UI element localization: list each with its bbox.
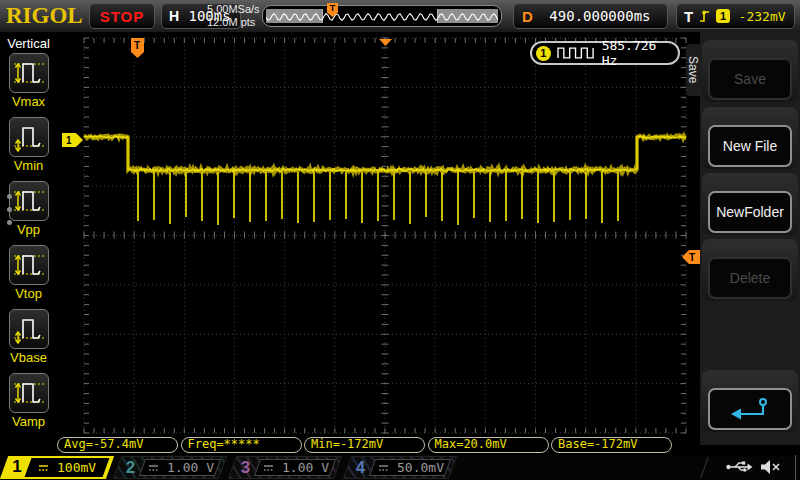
vpp-label: Vpp xyxy=(17,222,40,237)
freq-counter-channel-badge: 1 xyxy=(536,46,551,61)
status-separator xyxy=(700,457,709,478)
trigger-readout: T 1 -232mV xyxy=(676,3,795,29)
measurement-base: Base=-172mV xyxy=(551,437,672,453)
measure-menu: Vertical Vmax Vmin Vpp Vtop Vbase Vamp xyxy=(0,32,57,445)
measurement-avg: Avg=-57.4mV xyxy=(57,437,178,453)
menu-slot: NewFolder xyxy=(702,173,798,235)
frequency-counter: 1 585.726 Hz xyxy=(530,41,680,65)
dc-coupling-icon xyxy=(37,463,50,473)
sample-rate: 5.00MSa/s xyxy=(207,3,261,16)
oscilloscope-screen: RIGOL STOP H 100ms 5.00MSa/s 12.0M pts T… xyxy=(0,0,800,480)
delay-readout: D 490.000000ms xyxy=(513,3,668,29)
return-arrow-icon xyxy=(728,396,772,422)
channel-1-scale: 100mV xyxy=(57,460,96,475)
measurement-freq: Freq=***** xyxy=(181,437,302,453)
menu-slot xyxy=(702,370,798,432)
horizontal-label: H xyxy=(169,8,179,24)
freq-counter-value: 585.726 Hz xyxy=(602,38,678,68)
menu-item-vmax[interactable]: Vmax xyxy=(0,53,57,109)
svg-text:T: T xyxy=(689,252,695,263)
menu-slot: New File xyxy=(702,107,798,169)
menu-page-dots xyxy=(7,194,12,233)
acquisition-readout: 5.00MSa/s 12.0M pts xyxy=(207,3,261,29)
vpp-icon xyxy=(9,181,49,221)
save-button[interactable]: Save xyxy=(708,58,792,100)
vtop-label: Vtop xyxy=(15,286,42,301)
delete-button[interactable]: Delete xyxy=(708,257,792,299)
vmin-icon xyxy=(9,117,49,157)
vamp-icon xyxy=(9,373,49,413)
channel-3-block[interactable]: 3 1.00 V xyxy=(228,456,342,479)
measurement-max: Max=20.0mV xyxy=(428,437,549,453)
vtop-icon xyxy=(9,245,49,285)
trigger-level-value: -232mV xyxy=(730,9,794,24)
measurement-results-bar: Avg=-57.4mV Freq=***** Min=-172mV Max=20… xyxy=(57,437,675,453)
run-state-label: STOP xyxy=(100,8,145,25)
delay-value: 490.000000ms xyxy=(533,8,667,24)
overview-strip xyxy=(266,9,498,23)
save-menu-tab: Save xyxy=(686,44,700,96)
trigger-label: T xyxy=(684,8,693,25)
rising-edge-icon xyxy=(699,9,711,23)
vbase-icon xyxy=(9,309,49,349)
rigol-logo: RIGOL xyxy=(6,2,88,29)
channel-status-bar: 1 100mV 2 1.00 V 3 xyxy=(0,455,800,480)
channel-2-scale: 1.00 V xyxy=(167,460,214,475)
bar-edge-line xyxy=(795,455,796,480)
overview-waveform xyxy=(266,9,498,23)
svg-text:1: 1 xyxy=(66,135,72,146)
vmax-label: Vmax xyxy=(12,94,45,109)
run-stop-button[interactable]: STOP xyxy=(89,3,155,29)
menu-item-vamp[interactable]: Vamp xyxy=(0,373,57,429)
channel-4-scale: 50.0mV xyxy=(397,460,444,475)
measure-menu-title: Vertical xyxy=(0,36,57,53)
channel-2-number: 2 xyxy=(126,458,135,478)
menu-item-vmin[interactable]: Vmin xyxy=(0,117,57,173)
speaker-muted-icon xyxy=(759,458,781,476)
waveform-overview-bar: T xyxy=(262,5,502,27)
menu-item-vtop[interactable]: Vtop xyxy=(0,245,57,301)
graticule: 1TT xyxy=(57,32,700,445)
dc-coupling-icon xyxy=(147,463,160,473)
top-status-bar: RIGOL STOP H 100ms 5.00MSa/s 12.0M pts T… xyxy=(0,0,800,32)
vmax-icon xyxy=(9,53,49,93)
menu-slot: Delete xyxy=(702,239,798,301)
channel-3-scale: 1.00 V xyxy=(282,460,329,475)
vbase-label: Vbase xyxy=(10,350,47,365)
square-wave-icon xyxy=(557,47,596,59)
channel-4-number: 4 xyxy=(356,458,365,478)
channel-2-block[interactable]: 2 1.00 V xyxy=(113,456,227,479)
channel-4-block[interactable]: 4 50.0mV xyxy=(343,456,457,479)
menu-item-vbase[interactable]: Vbase xyxy=(0,309,57,365)
new-folder-button[interactable]: NewFolder xyxy=(708,191,792,233)
save-menu-panel: Save Save New File NewFolder Delete xyxy=(700,32,800,445)
delay-label: D xyxy=(522,8,533,25)
dc-coupling-icon xyxy=(262,463,275,473)
memory-depth: 12.0M pts xyxy=(207,16,261,29)
channel-1-block[interactable]: 1 100mV xyxy=(0,456,114,479)
channel-3-number: 3 xyxy=(241,458,250,478)
vamp-label: Vamp xyxy=(12,414,45,429)
svg-text:T: T xyxy=(134,40,140,51)
vmin-label: Vmin xyxy=(14,158,44,173)
channel-1-number: 1 xyxy=(12,457,21,477)
trigger-source-badge: 1 xyxy=(716,9,730,23)
measurement-min: Min=-172mV xyxy=(304,437,425,453)
dc-coupling-icon xyxy=(377,463,390,473)
usb-icon xyxy=(725,458,753,476)
menu-slot: Save xyxy=(702,40,798,102)
waveform-display: 1TT 1 585.726 Hz xyxy=(57,32,700,445)
new-file-button[interactable]: New File xyxy=(708,125,792,167)
back-button[interactable] xyxy=(708,388,792,430)
